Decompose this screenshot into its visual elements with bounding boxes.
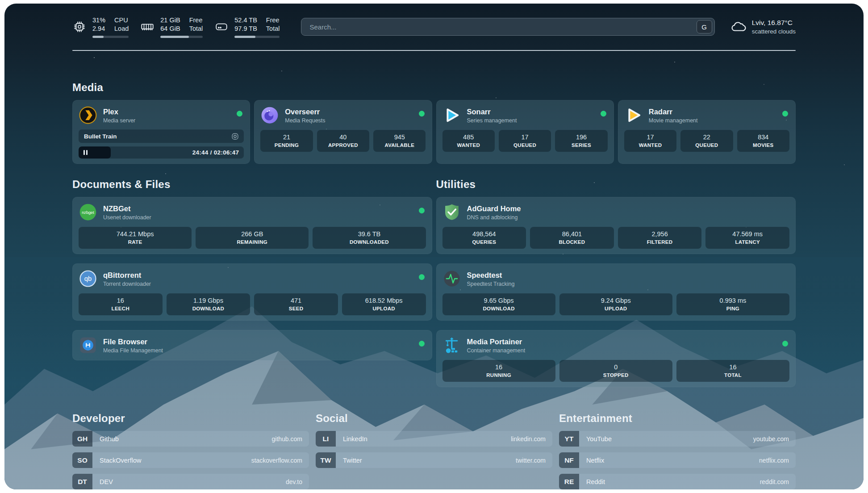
weather-location-temp: Lviv, 16.87°C [752,19,796,27]
qbittorrent-link[interactable]: qb qBittorrent Torrent downloader [79,269,426,288]
disk-icon [214,20,229,34]
bookmark-dev[interactable]: DT DEV dev.to [72,474,309,489]
status-dot [419,111,425,117]
bookmark-abbr: LI [316,431,336,447]
speedtest-icon [442,269,461,288]
app-subtitle: Torrent downloader [103,281,151,287]
cpu-progress-fill [92,36,104,38]
stat-downloaded: 39.6 TB DOWNLOADED [313,227,426,249]
bookmark-linkedin[interactable]: LI LinkedIn linkedin.com [316,431,552,447]
stat-running: 16 RUNNING [442,360,555,382]
bookmark-name: LinkedIn [343,435,511,443]
adguard-link[interactable]: AdGuard Home DNS and adblocking [442,202,790,222]
search-bar[interactable]: G [301,18,714,36]
stat-rate: 744.21 Mbps RATE [79,227,192,249]
app-subtitle: Speedtest Tracking [467,281,515,287]
bookmark-name: Reddit [586,478,760,485]
stats-row: 21 PENDING 40 APPROVED 945 AVAILABLE [260,130,426,152]
nzbget-link[interactable]: nzbget NZBGet Usenet downloader [79,202,426,222]
bookmark-url: twitter.com [516,457,546,464]
cpu-usage-value: 31% [92,16,105,25]
app-card-qbittorrent: qb qBittorrent Torrent downloader 16 LEE… [72,263,432,321]
status-dot [419,274,425,280]
app-card-portainer: Media Portainer Container management 16 … [436,330,796,387]
bookmark-abbr: DT [72,474,92,489]
bookmark-url: youtube.com [753,435,789,443]
cpu-progress-track [92,36,129,38]
bookmark-twitter[interactable]: TW Twitter twitter.com [316,452,552,468]
app-subtitle: Series management [467,117,517,124]
app-card-sonarr: Sonarr Series management 485 WANTED 17 Q… [436,100,614,164]
stats-row: 744.21 Mbps RATE 266 GB REMAINING 39.6 T… [79,227,426,249]
app-card-speedtest: Speedtest Speedtest Tracking 9.65 Gbps D… [436,263,796,321]
cloud-icon [730,19,746,35]
bookmark-abbr: NF [559,452,579,468]
filebrowser-link[interactable]: File Browser Media File Management [79,335,426,355]
weather-widget: Lviv, 16.87°C scattered clouds [730,19,796,35]
plex-link[interactable]: Plex Media server [79,105,244,125]
media-grid: Plex Media server Bullet Train [72,100,796,164]
pause-icon[interactable] [83,150,88,155]
stat-queries: 498,564 QUERIES [442,227,526,249]
stat-latency: 47.569 ms LATENCY [705,227,789,249]
disk-free-label: Free [266,16,280,25]
cpu-load-label: Load [114,25,129,33]
cpu-label: CPU [114,16,129,25]
search-input[interactable] [309,23,696,31]
memory-total-label: Total [189,25,203,33]
section-title-entertainment: Entertainment [559,412,796,425]
developer-column: Developer GH Github github.com SO StackO… [72,412,309,489]
stat-download: 9.65 Gbps DOWNLOAD [442,293,555,315]
status-dot [419,341,425,347]
search-engine-button[interactable]: G [697,20,712,33]
disk-free-value: 52.4 TB [234,16,257,25]
adguard-icon [442,203,461,221]
bookmark-netflix[interactable]: NF Netflix netflix.com [559,452,796,468]
bookmark-url: netflix.com [759,457,789,464]
qbittorrent-icon: qb [79,269,97,288]
bookmark-youtube[interactable]: YT YouTube youtube.com [559,431,796,447]
stat-leech: 16 LEECH [79,293,163,315]
radarr-link[interactable]: Radarr Movie management [624,105,789,125]
sonarr-link[interactable]: Sonarr Series management [442,105,608,125]
bookmark-url: linkedin.com [511,435,546,443]
stat-upload: 618.52 Mbps UPLOAD [342,293,426,315]
section-title-social: Social [316,412,552,425]
now-playing-title: Bullet Train [84,133,231,140]
header-divider [72,50,796,51]
bookmark-stackoverflow[interactable]: SO StackOverflow stackoverflow.com [72,452,309,468]
portainer-icon [442,336,461,355]
bookmark-url: github.com [272,435,302,443]
bookmark-url: dev.to [286,478,302,485]
section-title-developer: Developer [72,412,309,425]
app-name: Media Portainer [467,337,526,346]
social-column: Social LI LinkedIn linkedin.com TW Twitt… [316,412,552,468]
utilities-column: Utilities [436,178,796,387]
stats-row: 16 RUNNING 0 STOPPED 16 TOTAL [442,360,790,382]
overseerr-link[interactable]: Overseerr Media Requests [260,105,426,125]
stat-seed: 471 SEED [254,293,338,315]
app-name: AdGuard Home [467,204,521,213]
app-subtitle: Movie management [649,117,698,124]
app-name: Overseerr [285,107,325,116]
speedtest-link[interactable]: Speedtest Speedtest Tracking [442,269,790,288]
bookmark-name: YouTube [586,435,753,443]
bookmark-abbr: SO [72,452,92,468]
memory-widget: 21 GiB 64 GiB Free Total [140,16,203,38]
app-name: Sonarr [467,107,517,116]
status-dot [782,111,788,117]
app-name: Radarr [649,107,698,116]
header-bar: 31% 2.94 CPU Load [72,4,796,50]
bookmark-name: Netflix [586,457,759,464]
bookmark-github[interactable]: GH Github github.com [72,431,309,447]
app-card-nzbget: nzbget NZBGet Usenet downloader 744.21 M… [72,197,432,254]
bookmark-reddit[interactable]: RE Reddit reddit.com [559,474,796,489]
section-title-documents: Documents & Files [72,178,432,191]
cpu-icon [72,20,87,34]
section-title-utilities: Utilities [436,178,796,191]
app-name: File Browser [103,337,163,346]
stat-stopped: 0 STOPPED [559,360,672,382]
memory-progress-fill [160,36,189,38]
stat-movies: 834 MOVIES [737,130,789,152]
portainer-link[interactable]: Media Portainer Container management [442,335,790,355]
